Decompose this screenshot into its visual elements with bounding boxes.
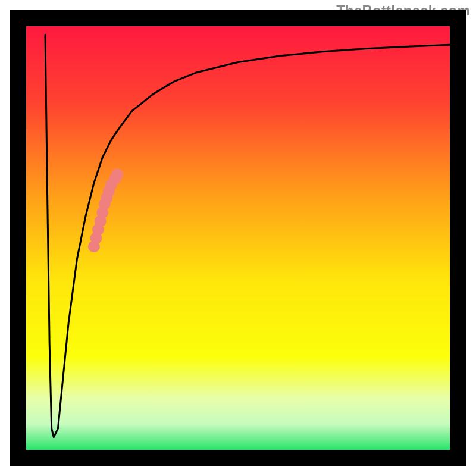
plot-background	[26, 26, 450, 450]
chart-root: TheBottleneck.com	[0, 0, 476, 476]
bottleneck-chart	[0, 0, 476, 476]
highlight-dot	[111, 168, 123, 180]
